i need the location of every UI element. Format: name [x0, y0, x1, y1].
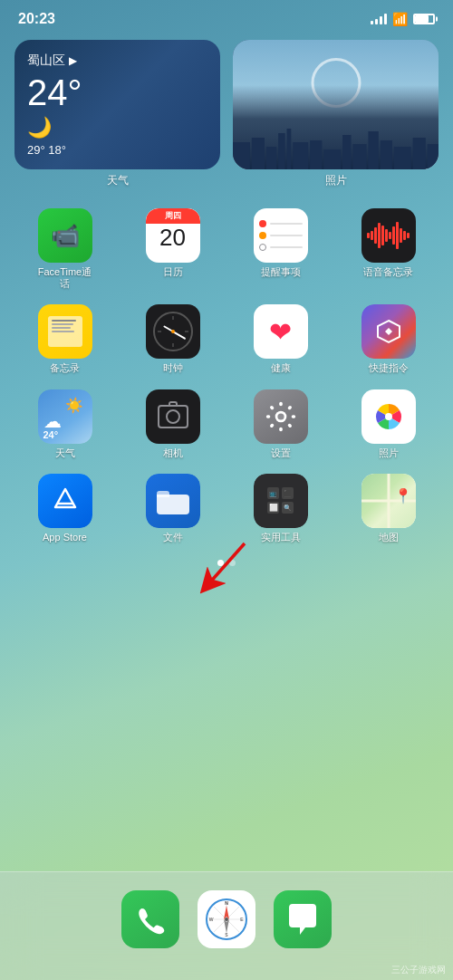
dock-phone[interactable] — [121, 890, 179, 948]
photos-app-label: 照片 — [379, 447, 399, 459]
svg-rect-4 — [287, 129, 292, 169]
maps-label: 地图 — [379, 532, 399, 543]
app-shortcuts[interactable]: 快捷指令 — [338, 304, 439, 374]
appstore-inner — [38, 474, 92, 528]
weather-widget-label: 天气 — [14, 173, 220, 188]
app-notes[interactable]: 备忘录 — [14, 304, 115, 374]
svg-rect-1 — [252, 138, 265, 169]
svg-point-37 — [225, 918, 228, 921]
svg-rect-11 — [381, 140, 392, 169]
page-dots — [0, 560, 453, 566]
shortcuts-s-icon — [374, 317, 403, 346]
appstore-label: App Store — [43, 532, 87, 543]
messages-svg — [285, 902, 320, 937]
messages-icon — [274, 890, 332, 948]
app-weather[interactable]: ☀️ ☁ 24° 天气 — [14, 389, 115, 459]
status-bar-right: 📶 — [371, 12, 435, 26]
app-reminders[interactable]: 提醒事项 — [230, 208, 331, 290]
svg-rect-18 — [291, 415, 295, 418]
tools-icon: 📺 ⬛ ⬜ 🔍 — [254, 474, 308, 528]
calendar-day-num: 20 — [159, 224, 186, 249]
maps-inner: 📍 — [361, 474, 416, 528]
svg-rect-9 — [352, 144, 366, 169]
app-voicememo[interactable]: 语音备忘录 — [338, 208, 439, 290]
app-camera[interactable]: 相机 — [122, 389, 223, 459]
app-settings[interactable]: 设置 — [230, 389, 331, 459]
tools-label: 实用工具 — [261, 532, 301, 543]
weather-app-label: 天气 — [55, 447, 75, 459]
facetime-label: FaceTime通话 — [34, 266, 97, 290]
app-calendar[interactable]: 周四 20 日历 — [122, 208, 223, 290]
shortcuts-icon — [361, 304, 416, 359]
status-time: 20:23 — [18, 11, 55, 27]
watermark: 三公子游戏网 — [391, 964, 446, 976]
photos-widget-container[interactable]: 照片 — [233, 40, 439, 188]
phone-svg — [135, 904, 166, 935]
dock-safari[interactable]: N S E W — [198, 890, 255, 948]
maps-icon: 📍 — [361, 474, 416, 528]
reminders-label: 提醒事项 — [261, 266, 301, 278]
svg-point-26 — [385, 413, 392, 420]
voicememo-label: 语音备忘录 — [363, 266, 413, 278]
safari-icon: N S E W — [198, 890, 255, 948]
app-grid: 📹 FaceTime通话 周四 20 日历 — [0, 194, 453, 551]
photos-widget[interactable] — [233, 40, 439, 169]
wifi-icon: 📶 — [392, 12, 408, 26]
svg-rect-13 — [413, 138, 426, 169]
shortcuts-label: 快捷指令 — [369, 362, 409, 374]
svg-rect-10 — [368, 131, 378, 169]
weather-temperature: 24° — [27, 72, 207, 112]
health-icon: ❤ — [254, 304, 308, 359]
svg-text:N: N — [225, 900, 228, 906]
health-label: 健康 — [271, 362, 291, 374]
svg-rect-14 — [428, 144, 439, 169]
app-appstore[interactable]: App Store — [14, 474, 115, 543]
notes-label: 备忘录 — [50, 362, 80, 374]
app-photos[interactable]: 照片 — [338, 389, 439, 459]
app-files[interactable]: 文件 — [122, 474, 223, 543]
calendar-day-name: 周四 — [146, 208, 200, 224]
clock-icon — [146, 304, 200, 359]
svg-rect-16 — [279, 401, 283, 406]
svg-rect-22 — [265, 415, 270, 418]
app-maps[interactable]: 📍 地图 — [338, 474, 439, 543]
weather-widget-container[interactable]: 蜀山区 ▶ 24° 🌙 29° 18° 天气 — [14, 40, 220, 188]
appstore-icon — [38, 474, 92, 528]
svg-rect-6 — [310, 140, 322, 169]
settings-icon — [254, 389, 308, 444]
camera-lens — [166, 409, 180, 424]
safari-svg: N S E W — [204, 897, 249, 942]
app-health[interactable]: ❤ 健康 — [230, 304, 331, 374]
battery-icon — [413, 14, 435, 24]
dock-messages[interactable] — [274, 890, 332, 948]
svg-rect-7 — [323, 149, 341, 169]
maps-pin-icon: 📍 — [394, 487, 412, 504]
weather-range: 29° 18° — [27, 143, 207, 157]
clock-face — [153, 312, 193, 351]
dock: N S E W — [0, 871, 453, 980]
camera-label: 相机 — [163, 447, 183, 459]
status-bar: 20:23 📶 — [0, 0, 453, 31]
photos-pinwheel — [371, 399, 407, 435]
svg-rect-5 — [293, 142, 308, 169]
weather-widget[interactable]: 蜀山区 ▶ 24° 🌙 29° 18° — [14, 40, 220, 169]
camera-bump — [169, 401, 178, 407]
gear-svg — [265, 400, 297, 433]
files-label: 文件 — [163, 532, 183, 543]
calendar-icon: 周四 20 — [146, 208, 200, 263]
photos-icon — [361, 389, 416, 444]
files-inner — [146, 474, 200, 528]
appstore-a-icon — [50, 485, 81, 516]
svg-rect-0 — [233, 142, 250, 169]
app-clock[interactable]: 时钟 — [122, 304, 223, 374]
phone-icon — [121, 890, 179, 948]
facetime-icon: 📹 — [38, 208, 92, 263]
weather-app-icon: ☀️ ☁ 24° — [38, 389, 92, 444]
app-facetime[interactable]: 📹 FaceTime通话 — [14, 208, 115, 290]
clock-center — [171, 330, 175, 333]
camera-body — [158, 405, 188, 428]
app-tools[interactable]: 📺 ⬛ ⬜ 🔍 实用工具 — [230, 474, 331, 543]
moon-icon: 🌙 — [27, 116, 207, 139]
camera-icon — [146, 389, 200, 444]
svg-rect-8 — [342, 135, 351, 169]
